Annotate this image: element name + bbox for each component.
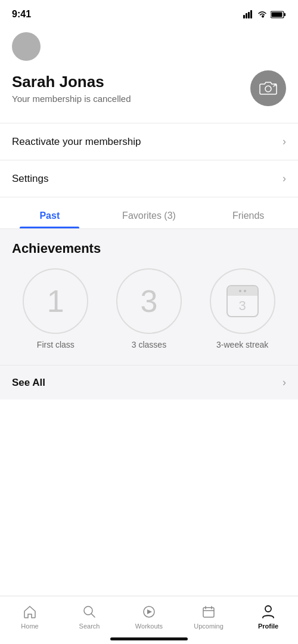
achievement-3classes: 3 3 classes: [116, 268, 182, 349]
home-icon: [21, 603, 38, 620]
profile-name: Sarah Jonas: [12, 73, 131, 91]
nav-profile[interactable]: Profile: [238, 601, 298, 632]
wifi-icon: [257, 11, 267, 18]
nav-home-label: Home: [21, 623, 38, 630]
signal-icon: [243, 10, 254, 18]
achievements-grid: 1 First class 3 3 classes: [12, 268, 286, 349]
camera-icon: [259, 80, 277, 96]
avatar: [12, 32, 41, 61]
svg-rect-1: [246, 13, 247, 18]
achievement-3week: 3 3-week streak: [210, 268, 275, 349]
tab-past[interactable]: Past: [0, 202, 100, 228]
achievement-label-3week: 3-week streak: [216, 340, 268, 349]
svg-rect-2: [248, 12, 250, 18]
achievement-number-first: 1: [47, 286, 64, 317]
nav-workouts-label: Workouts: [135, 623, 163, 630]
nav-upcoming-label: Upcoming: [194, 623, 224, 630]
calendar-body: 3: [239, 296, 246, 316]
achievement-first-class: 1 First class: [23, 268, 88, 349]
search-icon: [81, 603, 98, 620]
svg-rect-0: [243, 15, 245, 18]
profile-icon: [260, 603, 277, 620]
settings-item[interactable]: Settings ›: [0, 160, 298, 197]
menu-section: Reactivate your membership › Settings ›: [0, 123, 298, 197]
camera-button[interactable]: [250, 70, 286, 106]
see-all-chevron-icon: ›: [283, 376, 286, 389]
svg-line-12: [92, 614, 95, 618]
cal-dot-1: [239, 290, 241, 292]
settings-label: Settings: [12, 173, 48, 185]
reactivate-membership-item[interactable]: Reactivate your membership ›: [0, 123, 298, 160]
svg-rect-3: [250, 10, 252, 18]
nav-search[interactable]: Search: [60, 601, 119, 632]
profile-status: Your membership is cancelled: [12, 94, 131, 104]
cal-dot-2: [244, 290, 246, 292]
svg-point-11: [84, 606, 92, 615]
achievement-circle-3week: 3: [210, 268, 275, 334]
home-indicator: [110, 637, 188, 640]
achievement-circle-first: 1: [23, 268, 88, 334]
achievement-label-3classes: 3 classes: [132, 340, 166, 349]
svg-point-7: [265, 86, 271, 92]
achievements-section: Achievements 1 First class 3 3 classes: [0, 229, 298, 365]
settings-chevron-icon: ›: [283, 172, 286, 185]
profile-text: Sarah Jonas Your membership is cancelled: [12, 73, 131, 104]
tabs-container: Past Favorites (3) Friends: [0, 202, 298, 229]
nav-profile-label: Profile: [258, 623, 278, 630]
svg-rect-15: [203, 608, 214, 617]
achievement-circle-3classes: 3: [116, 268, 182, 334]
battery-icon: [271, 11, 286, 18]
nav-workouts[interactable]: Workouts: [119, 601, 179, 632]
status-bar: 9:41: [0, 0, 298, 26]
status-time: 9:41: [12, 9, 31, 20]
bottom-nav: Home Search Workouts: [0, 596, 298, 644]
nav-search-label: Search: [79, 623, 100, 630]
tab-favorites[interactable]: Favorites (3): [100, 202, 199, 228]
reactivate-label: Reactivate your membership: [12, 136, 141, 148]
nav-upcoming[interactable]: Upcoming: [179, 601, 238, 632]
reactivate-chevron-icon: ›: [283, 135, 286, 148]
achievement-number-3classes: 3: [141, 286, 158, 317]
svg-point-19: [265, 606, 271, 612]
status-icons: [243, 10, 286, 18]
calendar-number: 3: [239, 298, 246, 314]
svg-rect-5: [284, 13, 286, 16]
workouts-icon: [141, 603, 157, 620]
achievements-title: Achievements: [12, 241, 286, 256]
calendar-top: [228, 286, 257, 296]
achievement-label-first: First class: [37, 340, 74, 349]
nav-home[interactable]: Home: [0, 601, 60, 632]
upcoming-icon: [200, 603, 217, 620]
avatar-area: [0, 26, 298, 61]
tab-friends[interactable]: Friends: [198, 202, 298, 228]
svg-marker-14: [147, 609, 152, 614]
see-all-label: See All: [12, 377, 45, 389]
svg-rect-6: [272, 12, 283, 17]
see-all-row[interactable]: See All ›: [0, 365, 298, 400]
profile-header: Sarah Jonas Your membership is cancelled: [0, 61, 298, 111]
calendar-icon: 3: [226, 285, 259, 317]
